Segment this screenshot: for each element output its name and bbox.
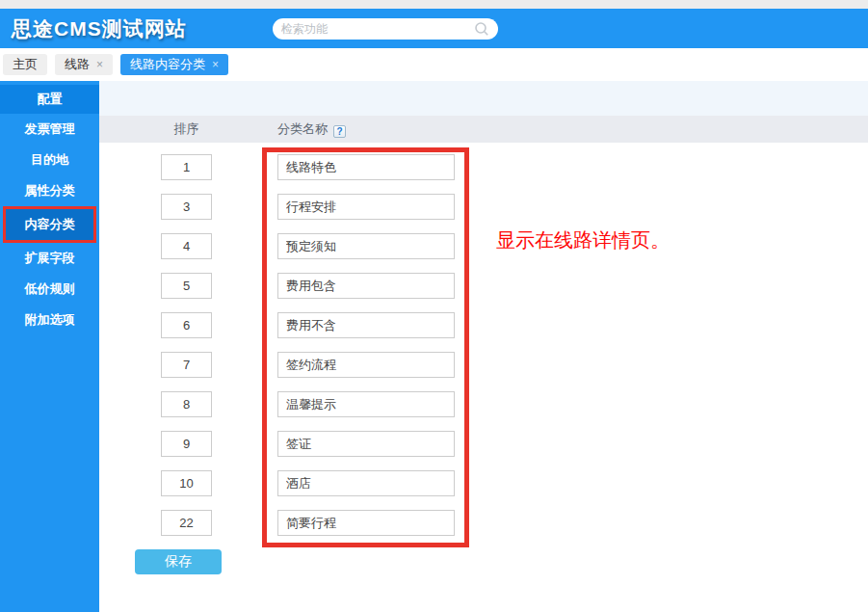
sidebar-item-2[interactable]: 属性分类: [0, 175, 99, 206]
annotation-note: 显示在线路详情页。: [496, 227, 670, 253]
sidebar-item-3-selected[interactable]: 内容分类: [3, 206, 96, 243]
category-name-input[interactable]: [277, 470, 455, 496]
site-logo: 思途CMS测试网站: [12, 15, 187, 42]
column-header-sort: 排序: [161, 120, 212, 138]
sort-input[interactable]: [161, 273, 212, 299]
table-row: [99, 154, 868, 180]
tab-route-content-category-close-icon[interactable]: ×: [212, 58, 219, 71]
category-name-input[interactable]: [277, 312, 455, 338]
tab-home[interactable]: 主页: [3, 54, 47, 75]
sort-input[interactable]: [161, 194, 212, 220]
column-header-category-name: 分类名称?: [277, 120, 346, 138]
sidebar: 配置 发票管理目的地属性分类内容分类扩展字段低价规则附加选项: [0, 81, 99, 612]
column-header-category-name-label: 分类名称: [277, 121, 328, 136]
sort-input[interactable]: [161, 312, 212, 338]
sidebar-item-4[interactable]: 扩展字段: [0, 243, 99, 274]
category-name-input[interactable]: [277, 194, 455, 220]
category-name-input[interactable]: [277, 431, 455, 457]
sort-input[interactable]: [161, 154, 212, 180]
sidebar-item-6[interactable]: 附加选项: [0, 305, 99, 335]
sidebar-header-config: 配置: [0, 85, 99, 114]
app-window: 思途CMS测试网站 主页 线路× 线路内容分类× 配置 发票管理目的地属性分类内…: [0, 0, 868, 612]
table-row: [99, 510, 868, 536]
table-row: [99, 470, 868, 496]
sort-input[interactable]: [161, 431, 212, 457]
category-rows: [99, 143, 868, 536]
table-header-row: 排序 分类名称?: [99, 116, 868, 143]
sidebar-item-0[interactable]: 发票管理: [0, 114, 99, 145]
tab-route-content-category-label: 线路内容分类: [130, 57, 205, 71]
sort-input[interactable]: [161, 233, 212, 259]
table-row: [99, 233, 868, 259]
search-input[interactable]: [281, 22, 474, 36]
category-name-input[interactable]: [277, 391, 455, 417]
sort-input[interactable]: [161, 391, 212, 417]
tab-route-content-category[interactable]: 线路内容分类×: [120, 54, 228, 75]
category-name-input[interactable]: [277, 510, 455, 536]
main-content: 排序 分类名称? 保存 显示在线路详情页。: [99, 81, 868, 612]
category-name-input[interactable]: [277, 233, 455, 259]
sort-input[interactable]: [161, 510, 212, 536]
top-strip: [0, 0, 868, 9]
site-header: 思途CMS测试网站: [0, 9, 868, 48]
table-row: [99, 194, 868, 220]
table-row: [99, 273, 868, 299]
sidebar-item-5[interactable]: 低价规则: [0, 274, 99, 305]
table-row: [99, 431, 868, 457]
sort-input[interactable]: [161, 470, 212, 496]
table-row: [99, 391, 868, 417]
table-row: [99, 312, 868, 338]
save-button[interactable]: 保存: [135, 549, 222, 574]
tab-home-label: 主页: [13, 57, 38, 71]
sidebar-item-1[interactable]: 目的地: [0, 145, 99, 175]
tab-route-label: 线路: [65, 57, 90, 71]
content-top-band: [99, 81, 868, 116]
sidebar-items: 发票管理目的地属性分类内容分类扩展字段低价规则附加选项: [0, 114, 99, 335]
help-icon[interactable]: ?: [333, 125, 346, 138]
category-name-input[interactable]: [277, 352, 455, 378]
search-bar: [273, 18, 498, 40]
search-icon[interactable]: [474, 21, 489, 37]
tab-bar: 主页 线路× 线路内容分类×: [0, 48, 868, 81]
category-name-input[interactable]: [277, 273, 455, 299]
tab-route[interactable]: 线路×: [55, 54, 113, 75]
tab-route-close-icon[interactable]: ×: [96, 58, 103, 71]
table-row: [99, 352, 868, 378]
category-name-input[interactable]: [277, 154, 455, 180]
sort-input[interactable]: [161, 352, 212, 378]
